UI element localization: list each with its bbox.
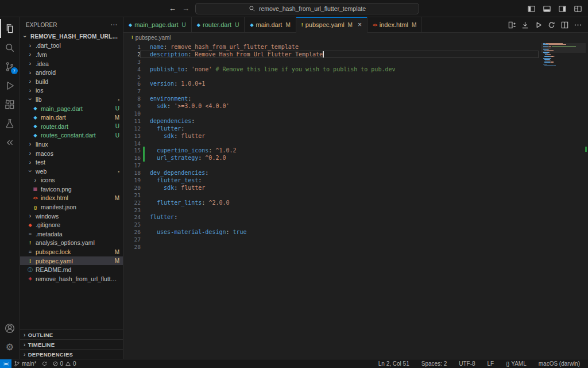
code-line[interactable]: 18dev_dependencies: xyxy=(123,169,588,177)
line-number[interactable]: 23 xyxy=(123,207,141,213)
code-line[interactable]: 14 xyxy=(123,140,588,147)
section-timeline[interactable]: ›TIMELINE xyxy=(20,339,123,349)
tab-router.dart[interactable]: ◆router.dartU xyxy=(192,17,245,32)
tree-item[interactable]: ›.fvm xyxy=(20,50,123,59)
line-number[interactable]: 4 xyxy=(123,66,141,72)
line-number[interactable]: 5 xyxy=(123,74,141,80)
code-line[interactable]: 11dependencies: xyxy=(123,117,588,125)
tree-item[interactable]: ›linux xyxy=(20,140,123,149)
line-number[interactable]: 14 xyxy=(123,140,141,147)
tree-item[interactable]: ›icons xyxy=(20,176,123,185)
code-line[interactable]: 17 xyxy=(123,162,588,169)
tab-pubspec.yaml[interactable]: !pubspec.yamlM× xyxy=(296,17,368,33)
code-line[interactable]: 23 xyxy=(123,206,588,214)
section-dependencies[interactable]: ›DEPENDENCIES xyxy=(20,349,123,359)
line-number[interactable]: 6 xyxy=(123,80,141,87)
code-line[interactable]: 7 xyxy=(123,87,588,95)
tree-item[interactable]: ◆main.dartM xyxy=(20,113,123,122)
refresh-icon[interactable] xyxy=(546,18,557,31)
forward-icon[interactable]: → xyxy=(182,4,189,13)
tree-item[interactable]: ⓘREADME.md xyxy=(20,265,123,274)
line-number[interactable]: 25 xyxy=(123,221,141,228)
tree-item[interactable]: !pubspec.yamlM xyxy=(20,256,123,266)
code-line[interactable]: 21 xyxy=(123,191,588,199)
tree-item[interactable]: ≡.metadata xyxy=(20,229,123,239)
split-editor-icon[interactable] xyxy=(559,18,570,31)
line-number[interactable]: 19 xyxy=(123,177,141,183)
minimap[interactable] xyxy=(543,43,583,68)
line-number[interactable]: 27 xyxy=(123,236,141,243)
tree-item[interactable]: ≡pubspec.lockM xyxy=(20,247,123,256)
more-actions-icon[interactable]: ⋯ xyxy=(110,21,117,29)
tree-item[interactable]: !analysis_options.yaml xyxy=(20,239,123,248)
open-changes-icon[interactable] xyxy=(506,18,517,31)
line-number[interactable]: 7 xyxy=(123,88,141,94)
code-line[interactable]: 28 xyxy=(123,243,588,251)
tree-item[interactable]: <>index.htmlM xyxy=(20,194,123,203)
tree-item[interactable]: ›.idea xyxy=(20,59,123,68)
code-line[interactable]: 8environment: xyxy=(123,95,588,102)
code-line[interactable]: 19 flutter_test: xyxy=(123,177,588,184)
minimap-slider[interactable] xyxy=(541,43,586,53)
line-number[interactable]: 16 xyxy=(123,155,141,161)
os-status[interactable]: macOS (darwin) xyxy=(536,359,582,368)
tree-item[interactable]: ›REMOVE_HASH_FROM_URL_FLUTTER_... xyxy=(20,32,123,41)
tree-item[interactable]: ▦favicon.png xyxy=(20,185,123,194)
references-icon[interactable] xyxy=(0,133,20,152)
line-number[interactable]: 21 xyxy=(123,192,141,198)
settings-icon[interactable]: ⚙ xyxy=(0,338,20,356)
tree-item[interactable]: ◆router.dartU xyxy=(20,122,123,131)
run-icon[interactable] xyxy=(532,18,544,31)
code-line[interactable]: 26 uses-material-design: true xyxy=(123,228,588,236)
line-number[interactable]: 18 xyxy=(123,170,141,176)
toggle-panel-icon[interactable] xyxy=(543,5,551,13)
language-status[interactable]: {} YAML xyxy=(504,359,529,368)
extensions-icon[interactable] xyxy=(0,95,20,114)
code-line[interactable]: 25 xyxy=(123,221,588,228)
section-outline[interactable]: ›OUTLINE xyxy=(20,329,123,339)
line-number[interactable]: 20 xyxy=(123,185,141,191)
code-line[interactable]: 15 cupertino_icons: ^1.0.2 xyxy=(123,147,588,154)
tab-main.dart[interactable]: ◆main.dartM xyxy=(245,17,296,32)
tab-main_page.dart[interactable]: ◆main_page.dartU xyxy=(123,17,192,32)
code-line[interactable]: 4publish_to: 'none' # Remove this line i… xyxy=(123,66,588,73)
accounts-icon[interactable] xyxy=(0,319,20,338)
code-line[interactable]: 10 xyxy=(123,110,588,117)
tree-item[interactable]: ›test xyxy=(20,158,123,167)
encoding-status[interactable]: UTF-8 xyxy=(457,359,477,368)
code-editor[interactable]: 1name: remove_hash_from_url_flutter_temp… xyxy=(123,42,588,359)
tree-item[interactable]: ›lib● xyxy=(20,95,123,104)
run-and-debug-icon[interactable] xyxy=(0,76,20,95)
line-number[interactable]: 15 xyxy=(123,147,141,154)
code-line[interactable]: 16 url_strategy: ^0.2.0 xyxy=(123,154,588,162)
remote-indicator[interactable]: >< xyxy=(0,359,11,368)
line-number[interactable]: 13 xyxy=(123,133,141,139)
line-number[interactable]: 12 xyxy=(123,125,141,132)
line-number[interactable]: 9 xyxy=(123,103,141,109)
code-line[interactable]: 5 xyxy=(123,73,588,80)
line-number[interactable]: 3 xyxy=(123,59,141,65)
code-line[interactable]: 2description: Remove Hash From Url Flutt… xyxy=(123,51,588,58)
source-control-icon[interactable]: 7 xyxy=(0,57,20,76)
tree-item[interactable]: ◈remove_hash_from_url_flutter_te... xyxy=(20,274,123,283)
line-number[interactable]: 24 xyxy=(123,214,141,220)
tree-item[interactable]: ›ios xyxy=(20,86,123,95)
code-line[interactable]: 27 xyxy=(123,236,588,243)
testing-icon[interactable] xyxy=(0,114,20,133)
tree-item[interactable]: ›macos xyxy=(20,149,123,158)
tree-item[interactable]: ›.dart_tool xyxy=(20,41,123,51)
code-line[interactable]: 1name: remove_hash_from_url_flutter_temp… xyxy=(123,43,588,51)
line-number[interactable]: 2 xyxy=(123,51,141,57)
explorer-icon[interactable] xyxy=(0,19,20,38)
close-icon[interactable]: × xyxy=(358,21,362,28)
tree-item[interactable]: ›build xyxy=(20,77,123,86)
back-icon[interactable]: ← xyxy=(169,4,176,13)
line-number[interactable]: 8 xyxy=(123,95,141,102)
tab-index.html[interactable]: <>index.htmlM xyxy=(368,17,422,32)
code-line[interactable]: 12 flutter: xyxy=(123,125,588,132)
tree-item[interactable]: ◆.gitignore xyxy=(20,220,123,229)
tree-item[interactable]: ›android xyxy=(20,68,123,77)
line-number[interactable]: 17 xyxy=(123,162,141,168)
code-line[interactable]: 20 sdk: flutter xyxy=(123,184,588,191)
search-icon[interactable] xyxy=(0,38,20,57)
